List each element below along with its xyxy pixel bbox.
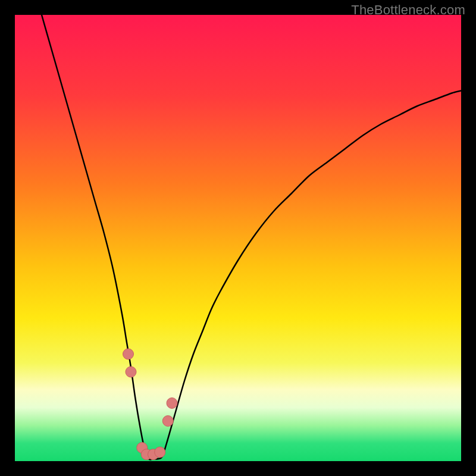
highlight-point bbox=[167, 398, 177, 409]
highlight-point bbox=[123, 349, 134, 359]
highlight-point bbox=[155, 447, 165, 458]
highlight-point bbox=[162, 416, 173, 427]
chart-stage: TheBottleneck.com bbox=[0, 0, 476, 476]
bottleneck-chart bbox=[15, 15, 461, 461]
bottleneck-curve bbox=[42, 15, 461, 460]
plot-area bbox=[15, 15, 461, 461]
highlight-point bbox=[126, 367, 136, 377]
watermark-text: TheBottleneck.com bbox=[351, 2, 465, 18]
